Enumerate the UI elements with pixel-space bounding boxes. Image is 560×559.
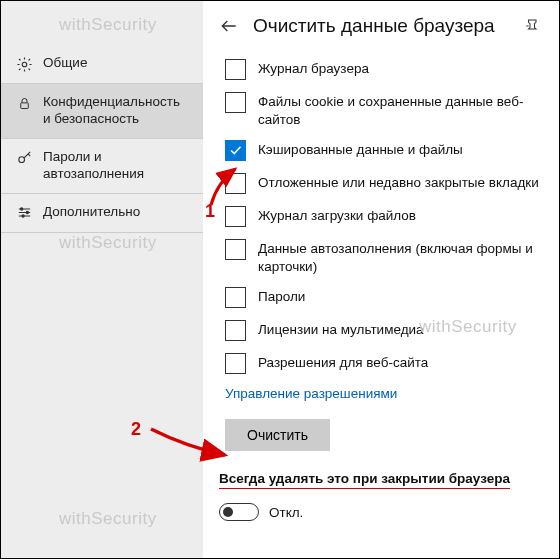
sidebar-item-privacy[interactable]: Конфиденциальность и безопасность xyxy=(1,84,203,138)
checkbox[interactable] xyxy=(225,239,246,260)
checkbox-list: Журнал браузераФайлы cookie и сохраненны… xyxy=(219,59,543,374)
sidebar-item-general[interactable]: Общие xyxy=(1,45,203,83)
checkbox[interactable] xyxy=(225,140,246,161)
checkbox[interactable] xyxy=(225,206,246,227)
checkbox-label: Кэшированные данные и файлы xyxy=(258,140,463,159)
checkbox-label: Файлы cookie и сохраненные данные веб-са… xyxy=(258,92,543,128)
svg-point-3 xyxy=(20,208,22,210)
checkbox-row: Файлы cookie и сохраненные данные веб-са… xyxy=(225,92,543,128)
checkbox-label: Лицензии на мультимедиа xyxy=(258,320,424,339)
sidebar-item-label: Дополнительно xyxy=(43,204,140,221)
checkbox-row: Журнал загрузки файлов xyxy=(225,206,543,227)
sidebar-item-label: Общие xyxy=(43,55,87,72)
checkbox[interactable] xyxy=(225,353,246,374)
sidebar-item-advanced[interactable]: Дополнительно xyxy=(1,194,203,232)
panel-header: Очистить данные браузера xyxy=(219,15,543,53)
svg-point-5 xyxy=(21,215,23,217)
clear-data-panel: Очистить данные браузера Журнал браузера… xyxy=(203,1,559,558)
checkbox[interactable] xyxy=(225,320,246,341)
checkbox-label: Данные автозаполнения (включая формы и к… xyxy=(258,239,543,275)
checkbox[interactable] xyxy=(225,59,246,80)
sliders-icon xyxy=(15,204,33,222)
svg-point-4 xyxy=(26,211,28,213)
clear-button[interactable]: Очистить xyxy=(225,419,330,451)
sidebar-item-label: Конфиденциальность и безопасность xyxy=(43,94,189,128)
toggle-state-label: Откл. xyxy=(269,505,303,520)
divider xyxy=(1,232,203,233)
checkbox-row: Данные автозаполнения (включая формы и к… xyxy=(225,239,543,275)
key-icon xyxy=(15,149,33,167)
always-clear-toggle[interactable] xyxy=(219,503,259,521)
sidebar-item-passwords[interactable]: Пароли и автозаполнения xyxy=(1,139,203,193)
lock-icon xyxy=(15,94,33,112)
checkbox-row: Отложенные или недавно закрытые вкладки xyxy=(225,173,543,194)
pin-button[interactable] xyxy=(523,16,543,36)
gear-icon xyxy=(15,55,33,73)
checkbox-label: Пароли xyxy=(258,287,305,306)
checkbox-row: Кэшированные данные и файлы xyxy=(225,140,543,161)
checkbox-row: Разрешения для веб-сайта xyxy=(225,353,543,374)
svg-point-2 xyxy=(18,157,24,163)
svg-rect-1 xyxy=(20,102,28,108)
manage-permissions-link[interactable]: Управление разрешениями xyxy=(225,386,543,401)
checkbox-row: Пароли xyxy=(225,287,543,308)
checkbox[interactable] xyxy=(225,287,246,308)
checkbox-row: Журнал браузера xyxy=(225,59,543,80)
checkbox-label: Разрешения для веб-сайта xyxy=(258,353,428,372)
back-button[interactable] xyxy=(219,16,239,36)
svg-point-0 xyxy=(22,62,27,67)
checkbox[interactable] xyxy=(225,173,246,194)
always-clear-heading: Всегда удалять это при закрытии браузера xyxy=(219,471,510,489)
panel-title: Очистить данные браузера xyxy=(253,15,509,37)
always-clear-toggle-row: Откл. xyxy=(219,503,543,521)
checkbox-row: Лицензии на мультимедиа xyxy=(225,320,543,341)
checkbox[interactable] xyxy=(225,92,246,113)
checkbox-label: Журнал загрузки файлов xyxy=(258,206,416,225)
settings-sidebar: Общие Конфиденциальность и безопасность … xyxy=(1,1,203,558)
sidebar-item-label: Пароли и автозаполнения xyxy=(43,149,189,183)
checkbox-label: Отложенные или недавно закрытые вкладки xyxy=(258,173,539,192)
checkbox-label: Журнал браузера xyxy=(258,59,369,78)
